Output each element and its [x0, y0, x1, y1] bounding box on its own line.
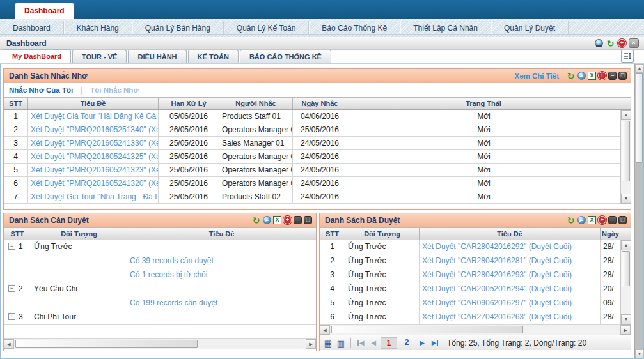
preview-icon[interactable]	[577, 72, 586, 80]
column-header-doi-tuong[interactable]: Đối Tượng	[31, 228, 127, 240]
approved-title-link[interactable]: Xét Duyệt "CAR28042016292" (Duyệt Cuối)	[420, 240, 601, 254]
column-header-tieu-de[interactable]: Tiêu Đề	[127, 228, 316, 240]
approved-title-link[interactable]: Xét Duyệt "CAR27042016263" (Duyệt Cuối)	[420, 310, 601, 324]
scroll-up-icon[interactable]: ▲	[621, 240, 631, 250]
page-1-button[interactable]: 1	[381, 337, 397, 349]
globe-icon[interactable]	[595, 39, 603, 47]
refresh-icon[interactable]: ↻	[606, 39, 615, 48]
layout-settings-icon[interactable]	[621, 50, 634, 63]
approved-title-link[interactable]: Xét Duyệt "CAR28042016281" (Duyệt Cuối)	[420, 254, 601, 268]
pending-records-link[interactable]: Có 39 records cần duyệt	[127, 254, 316, 268]
scroll-down-icon[interactable]: ▼	[635, 349, 644, 358]
scroll-right-icon[interactable]: ▶	[620, 325, 631, 335]
column-header-doi-tuong[interactable]: Đối Tượng	[345, 228, 420, 240]
column-header-stt[interactable]: STT	[4, 228, 31, 240]
tab-ke-toan[interactable]: KẾ TOÁN	[188, 50, 239, 63]
minimize-icon[interactable]: –	[294, 216, 302, 224]
excel-export-icon[interactable]: X	[273, 216, 281, 224]
help-lifebuoy-icon[interactable]: +	[618, 39, 626, 47]
reminder-title-link[interactable]: Xét Duyệt "PMRQ201605241325" (Xem X	[28, 150, 159, 163]
reminder-title-link[interactable]: Xét Duyệt "PMRQ201605241330" (Xem X	[28, 137, 159, 149]
page-vertical-scrollbar[interactable]: ▲ ▼	[634, 64, 643, 358]
prev-page-button[interactable]: ◀	[368, 339, 379, 346]
collapse-toggle-icon[interactable]: −	[8, 285, 15, 292]
menu-item-quan-ly-ban-hang[interactable]: Quản Lý Bán Hàng	[132, 21, 224, 34]
expand-toggle-icon[interactable]: +	[8, 313, 15, 320]
pending-records-link[interactable]: Có 199 records cần duyệt	[127, 296, 316, 310]
tab-dieu-hanh[interactable]: ĐIỀU HÀNH	[128, 50, 186, 63]
preview-icon[interactable]	[577, 216, 586, 224]
grid-view-icon[interactable]: ▦	[322, 337, 334, 349]
approved-title-link[interactable]: Xét Duyệt "CAR20052016294" (Duyệt Cuối)	[420, 282, 601, 296]
reminder-title-link[interactable]: Xét Duyệt "PMRQ201605241323" (Xem X	[28, 164, 159, 176]
excel-export-icon[interactable]: X	[588, 216, 596, 224]
scroll-up-icon[interactable]: ▲	[621, 110, 631, 120]
preview-icon[interactable]	[263, 216, 271, 224]
scroll-thumb[interactable]	[622, 121, 630, 181]
maximize-icon[interactable]: □	[618, 216, 627, 224]
reminder-title-link[interactable]: Xét Duyệt Giá Tour "Hải Đăng Kê Gà - Lâ	[28, 110, 159, 123]
maximize-icon[interactable]: □	[618, 72, 627, 80]
rejected-records-link[interactable]: Có 1 records bị từ chối	[127, 268, 316, 282]
first-page-button[interactable]: ◀	[355, 339, 366, 346]
reminder-title-link[interactable]: Xét Duyệt "PMRQ201605251340" (Xem X	[28, 123, 159, 136]
scroll-up-icon[interactable]: ▲	[635, 64, 644, 73]
minimize-icon[interactable]: –	[608, 72, 617, 80]
menu-item-dashboard[interactable]: Dashboard	[0, 21, 64, 34]
menu-item-bao-cao-thong-ke[interactable]: Báo Cáo Thống Kê	[309, 21, 400, 34]
scroll-left-icon[interactable]: ◀	[320, 325, 330, 335]
scroll-down-icon[interactable]: ▼	[621, 314, 631, 325]
column-header-stt[interactable]: STT	[4, 98, 28, 109]
help-lifebuoy-icon[interactable]: +	[283, 216, 292, 224]
menu-item-quan-ly-ke-toan[interactable]: Quản Lý Kế Toán	[224, 21, 310, 34]
scroll-right-icon[interactable]: ▶	[306, 339, 316, 349]
column-header-tieu-de[interactable]: Tiêu Đề	[420, 228, 601, 240]
column-header-han-xu-ly[interactable]: Hạn Xử Lý	[159, 98, 219, 109]
tab-my-dashboard[interactable]: My DashBoard	[3, 49, 71, 63]
column-header-ngay-nhac[interactable]: Ngày Nhắc	[293, 98, 347, 109]
subtab-toi-nhac-nho[interactable]: Tôi Nhắc Nhở	[90, 86, 138, 94]
refresh-icon[interactable]: ↻	[566, 72, 576, 80]
column-header-trang-thai[interactable]: Trạng Thái	[347, 98, 620, 109]
approved-title-link[interactable]: Xét Duyệt "CAR28042016293" (Duyệt Cuối)	[420, 268, 601, 282]
scroll-left-icon[interactable]: ◀	[4, 339, 14, 349]
scroll-thumb[interactable]	[15, 340, 198, 348]
vertical-scrollbar[interactable]: ▲ ▼	[620, 240, 631, 325]
scroll-thumb[interactable]	[636, 73, 643, 163]
menu-item-khach-hang[interactable]: Khách Hàng	[64, 21, 132, 34]
horizontal-scrollbar[interactable]: ◀ ▶	[320, 325, 631, 335]
scroll-thumb[interactable]	[622, 251, 630, 286]
last-page-button[interactable]: ▶	[429, 339, 441, 346]
subtab-nhac-nho-cua-toi[interactable]: Nhắc Nhở Của Tôi	[9, 86, 73, 94]
next-page-button[interactable]: ▶	[416, 339, 428, 346]
column-header-tieu-de[interactable]: Tiêu Đề	[28, 98, 159, 109]
grid-columns-icon[interactable]: ▥	[335, 337, 347, 349]
close-icon[interactable]: ×	[629, 38, 639, 48]
refresh-icon[interactable]: ↻	[566, 216, 576, 225]
column-header-ngay[interactable]: Ngày	[601, 228, 620, 240]
cell-due-date: 25/05/2016	[159, 137, 219, 149]
horizontal-scrollbar[interactable]: ◀ ▶	[4, 339, 316, 349]
excel-export-icon[interactable]: X	[588, 72, 596, 80]
maximize-icon[interactable]: □	[304, 216, 312, 224]
tab-tour-ve[interactable]: TOUR - VÉ	[72, 50, 127, 63]
column-header-nguoi-nhac[interactable]: Người Nhắc	[219, 98, 293, 109]
help-lifebuoy-icon[interactable]: +	[598, 72, 606, 80]
refresh-icon[interactable]: ↻	[251, 216, 261, 225]
approved-title-link[interactable]: Xét Duyệt "CAR09062016297" (Duyệt Cuối)	[420, 296, 601, 310]
vertical-scrollbar[interactable]: ▲ ▼	[620, 110, 631, 204]
help-lifebuoy-icon[interactable]: +	[598, 216, 606, 224]
scroll-down-icon[interactable]: ▼	[621, 194, 631, 204]
app-tab-dashboard[interactable]: Dashboard	[15, 3, 74, 19]
tab-bao-cao-thong-ke[interactable]: BÁO CÁO THỐNG KÊ	[240, 50, 331, 63]
view-detail-link[interactable]: Xem Chi Tiết	[515, 72, 559, 80]
minimize-icon[interactable]: –	[608, 216, 617, 224]
reminder-title-link[interactable]: Xét Duyệt Giá Tour "Nha Trang - Đà Lạt l	[28, 190, 159, 203]
reminder-title-link[interactable]: Xét Duyệt "PMRQ201605241320" (Xem X	[28, 177, 159, 190]
menu-item-thiet-lap-ca-nhan[interactable]: Thiết Lập Cá Nhân	[400, 21, 491, 34]
scroll-thumb[interactable]	[331, 326, 523, 333]
column-header-stt[interactable]: STT	[320, 228, 345, 240]
menu-item-quan-ly-duyet[interactable]: Quản Lý Duyệt	[491, 21, 569, 34]
page-2-button[interactable]: 2	[398, 337, 415, 349]
collapse-toggle-icon[interactable]: −	[8, 243, 15, 250]
